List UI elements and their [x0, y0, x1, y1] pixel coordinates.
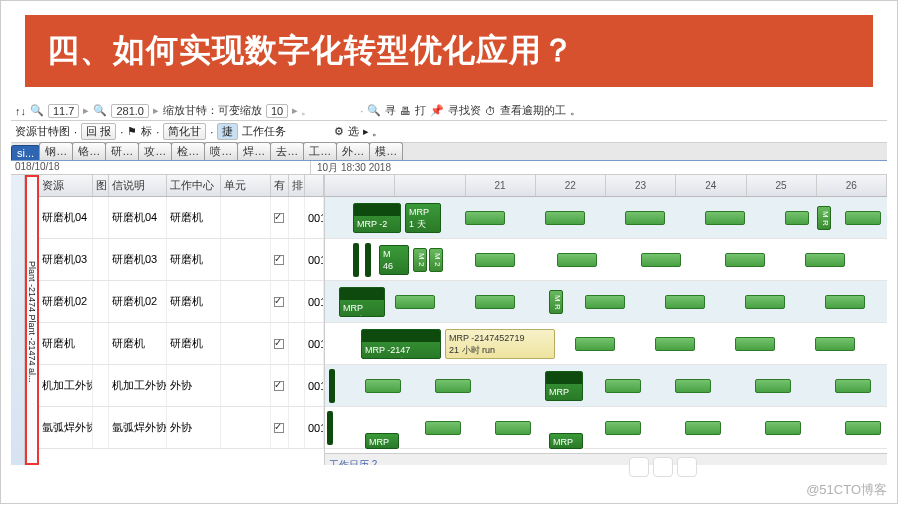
- gantt-bar-slim[interactable]: [665, 295, 705, 309]
- gantt-bar-slim[interactable]: [557, 253, 597, 267]
- gantt-lane[interactable]: MRP1 天: [325, 365, 887, 407]
- gantt-task[interactable]: MRP21 小: [339, 287, 385, 317]
- flag-icon[interactable]: ⚑: [127, 125, 137, 138]
- findres-label[interactable]: 寻找资: [448, 103, 481, 118]
- btn-report[interactable]: 回 报: [81, 123, 116, 140]
- gantt-darkbar[interactable]: [365, 243, 371, 277]
- gantt-bar-slim[interactable]: [805, 253, 845, 267]
- gantt-bar-slim[interactable]: [475, 253, 515, 267]
- tab-焊[interactable]: 焊…: [237, 142, 271, 160]
- gantt-task[interactable]: MRP: [549, 433, 583, 449]
- print-label[interactable]: 打: [415, 103, 426, 118]
- gear-icon[interactable]: ⚙: [334, 125, 344, 138]
- table-row[interactable]: 研磨机研磨机研磨机001: [39, 323, 324, 365]
- gantt-bar-slim[interactable]: [545, 211, 585, 225]
- gantt-lane[interactable]: MRP21 小M R: [325, 281, 887, 323]
- gantt-lane[interactable]: MRP03MRP: [325, 407, 887, 449]
- tab-模[interactable]: 模…: [369, 142, 403, 160]
- gantt-task[interactable]: M46: [379, 245, 409, 275]
- gantt-task[interactable]: MRP03: [365, 433, 399, 449]
- gantt-bar-slim[interactable]: [395, 295, 435, 309]
- tab-钢[interactable]: 钢…: [39, 142, 73, 160]
- cell-check[interactable]: [271, 239, 289, 280]
- zoom-icon[interactable]: 🔍: [30, 104, 44, 117]
- tab-primary[interactable]: si...: [11, 145, 40, 160]
- tab-研[interactable]: 研…: [105, 142, 139, 160]
- table-row[interactable]: 研磨机04研磨机04研磨机001: [39, 197, 324, 239]
- tab-工[interactable]: 工…: [303, 142, 337, 160]
- gantt-bar-slim[interactable]: [785, 211, 809, 225]
- table-row[interactable]: 机加工外协机加工外协外协001: [39, 365, 324, 407]
- gantt-darkbar[interactable]: [329, 369, 335, 403]
- col-img[interactable]: 图: [93, 175, 109, 196]
- gantt-area[interactable]: 212223242526 MRP -22 天 2MRP1 天M RM46M 2M…: [325, 175, 887, 465]
- gantt-bar-slim[interactable]: [835, 379, 871, 393]
- col-seq[interactable]: 排: [289, 175, 305, 196]
- gantt-lane[interactable]: M46M 2M 2: [325, 239, 887, 281]
- zoom2-value[interactable]: 281.0: [111, 104, 149, 118]
- find-label[interactable]: 寻: [385, 103, 396, 118]
- cell-check[interactable]: [271, 407, 289, 448]
- gantt-bar-slim[interactable]: [745, 295, 785, 309]
- btn-simplify[interactable]: 简化甘: [163, 123, 206, 140]
- gantt-task[interactable]: MRP -21472 天 22 小: [361, 329, 441, 359]
- gantt-bar-slim[interactable]: [845, 211, 881, 225]
- btn-quick[interactable]: 捷: [217, 123, 238, 140]
- overdue-label[interactable]: 查看逾期的工: [500, 103, 566, 118]
- gantt-minibar[interactable]: M R: [549, 290, 563, 314]
- col-wc[interactable]: 工作中心: [167, 175, 221, 196]
- gantt-bar-slim[interactable]: [735, 337, 775, 351]
- gantt-bar-slim[interactable]: [475, 295, 515, 309]
- zoom-icon-2[interactable]: 🔍: [93, 104, 107, 117]
- tab-铬[interactable]: 铬…: [72, 142, 106, 160]
- tab-检[interactable]: 检…: [171, 142, 205, 160]
- side-col-blue[interactable]: [11, 175, 25, 465]
- gantt-task[interactable]: MRP -22 天 2: [353, 203, 401, 233]
- calendar-icon[interactable]: ⏱: [485, 105, 496, 117]
- gantt-minibar[interactable]: M 2: [413, 248, 427, 272]
- findres-icon[interactable]: 📌: [430, 104, 444, 117]
- btn-flag[interactable]: 标: [141, 124, 152, 139]
- tab-去[interactable]: 去…: [270, 142, 304, 160]
- gantt-task[interactable]: MRP1 天: [545, 371, 583, 401]
- sort-icon[interactable]: ↑↓: [15, 105, 26, 117]
- zoom1-value[interactable]: 11.7: [48, 104, 79, 118]
- tab-外[interactable]: 外…: [336, 142, 370, 160]
- gantt-task[interactable]: MRP1 天: [405, 203, 441, 233]
- gantt-bar-slim[interactable]: [465, 211, 505, 225]
- gantt-bar-slim[interactable]: [845, 421, 881, 435]
- cell-check[interactable]: [271, 323, 289, 364]
- gantt-bar-slim[interactable]: [675, 379, 711, 393]
- gantt-task[interactable]: MRP -214745271921 小时 run: [445, 329, 555, 359]
- print-icon[interactable]: 🖶: [400, 105, 411, 117]
- gantt-scrollbar[interactable]: 工作日历 2: [325, 453, 887, 465]
- table-row[interactable]: 研磨机02研磨机02研磨机001: [39, 281, 324, 323]
- gantt-bar-slim[interactable]: [625, 211, 665, 225]
- gantt-bar-slim[interactable]: [685, 421, 721, 435]
- cell-check[interactable]: [271, 281, 289, 322]
- gantt-bar-slim[interactable]: [815, 337, 855, 351]
- find-icon[interactable]: 🔍: [367, 104, 381, 117]
- gantt-bar-slim[interactable]: [365, 379, 401, 393]
- col-desc[interactable]: 信说明: [109, 175, 167, 196]
- gantt-bar-slim[interactable]: [605, 421, 641, 435]
- gantt-bar-slim[interactable]: [605, 379, 641, 393]
- gantt-darkbar[interactable]: [353, 243, 359, 277]
- gantt-bar-slim[interactable]: [825, 295, 865, 309]
- col-res[interactable]: 资源: [39, 175, 93, 196]
- cell-check[interactable]: [271, 365, 289, 406]
- gantt-bar-slim[interactable]: [725, 253, 765, 267]
- gantt-lane[interactable]: MRP -21472 天 22 小MRP -214745271921 小时 ru…: [325, 323, 887, 365]
- gantt-bar-slim[interactable]: [765, 421, 801, 435]
- gantt-bar-slim[interactable]: [755, 379, 791, 393]
- btn-select[interactable]: 选: [348, 124, 359, 139]
- table-row[interactable]: 氩弧焊外协氩弧焊外协外协001: [39, 407, 324, 449]
- gantt-bar-slim[interactable]: [585, 295, 625, 309]
- gantt-lane[interactable]: MRP -22 天 2MRP1 天M R: [325, 197, 887, 239]
- cell-check[interactable]: [271, 197, 289, 238]
- gantt-bar-slim[interactable]: [575, 337, 615, 351]
- btn-tasks[interactable]: 工作任务: [242, 124, 286, 139]
- gantt-minibar[interactable]: M 2: [429, 248, 443, 272]
- tab-攻[interactable]: 攻…: [138, 142, 172, 160]
- col-cell[interactable]: 单元: [221, 175, 271, 196]
